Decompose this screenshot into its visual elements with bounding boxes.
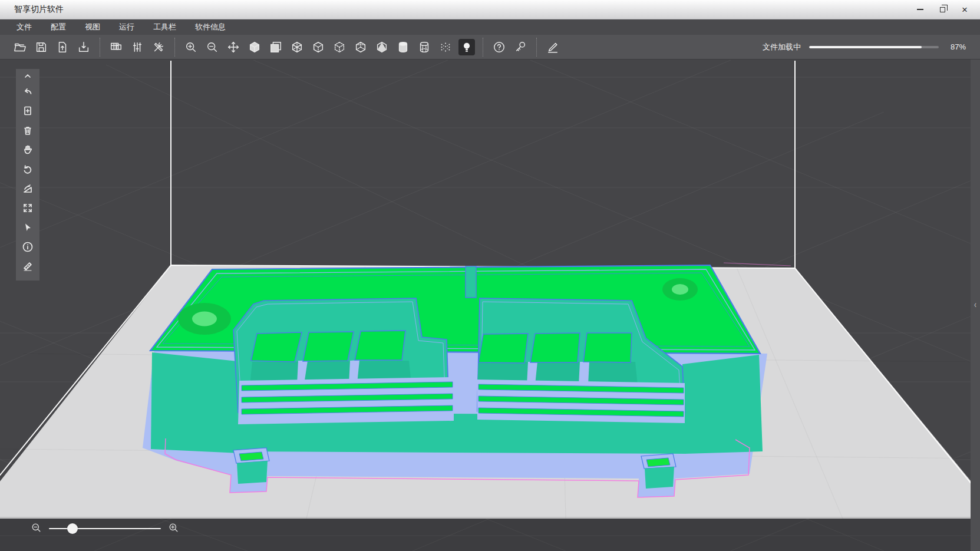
view-hidden-line-button[interactable] [310,39,326,55]
view-half-section-button[interactable] [374,39,390,55]
menu-run[interactable]: 运行 [117,21,137,34]
menu-about[interactable]: 软件信息 [193,21,228,34]
toolbar-separator [100,38,100,57]
cube-copy-icon [269,41,282,54]
light-toggle-button[interactable] [458,39,475,55]
close-button[interactable]: × [960,5,969,14]
view-wireframe-button[interactable] [289,39,305,55]
model-info-button[interactable] [18,237,38,256]
cube-solid-icon [248,41,261,54]
zoom-out-button[interactable] [204,39,220,55]
add-model-icon [22,105,34,117]
zoom-slider-track[interactable] [49,528,161,529]
zoom-in-icon [184,41,197,54]
model-circular-boss-left [178,303,231,335]
menu-view[interactable]: 视图 [83,21,103,34]
sliced-model[interactable] [143,263,791,497]
app-title: 智享切片软件 [14,4,64,15]
zoom-slider-thumb[interactable] [67,523,78,534]
collapse-rail-button[interactable] [18,71,38,81]
build-plate-icon [110,41,123,54]
cube-wireframe-icon [291,41,303,54]
pan-button[interactable] [18,140,38,159]
minimize-button[interactable] [915,5,925,14]
view-transparent-button[interactable] [352,39,369,55]
toolbar-separator [174,38,175,57]
parameter-sliders-icon [131,41,144,54]
scale-icon [22,183,34,194]
measure-icon [22,260,34,272]
undo-button[interactable] [18,81,38,101]
rotate-icon [22,163,34,175]
view-point-cloud-button[interactable] [437,39,454,55]
import-model-icon [56,41,69,54]
build-plate-button[interactable] [108,39,124,55]
open-file-button[interactable] [12,39,28,55]
model-slats-right [477,380,685,423]
license-key-button[interactable] [512,39,529,55]
toolbar-separator [536,38,537,57]
fit-view-icon [22,202,34,214]
save-button[interactable] [33,39,50,55]
model-front-cube-right [641,454,676,489]
title-bar: 智享切片软件 × [0,0,980,19]
view-cylinder-button[interactable] [395,39,411,55]
toolbar-separator [483,38,483,57]
machine-tools-button[interactable] [150,39,167,55]
cube-transparent-icon [354,41,367,54]
light-toggle-icon [460,41,473,54]
help-icon [493,41,506,54]
view-cylinder-wire-button[interactable] [416,39,433,55]
export-model-button[interactable] [75,39,92,55]
menu-bar: 文件 配置 视图 运行 工具栏 软件信息 [0,19,980,35]
annotate-pen-button[interactable] [545,39,561,55]
expand-panel-chevron-icon[interactable]: ‹ [974,298,976,310]
undo-icon [22,85,34,97]
move-view-button[interactable] [225,39,242,55]
cube-hidden-line-icon [312,41,325,54]
model-circular-boss-right [662,278,698,301]
move-view-icon [227,41,240,54]
import-model-button[interactable] [54,39,71,55]
window-controls: × [915,5,969,14]
menu-config[interactable]: 配置 [48,21,68,34]
progress-label: 文件加载中 [763,42,801,52]
menu-file[interactable]: 文件 [14,21,34,34]
cylinder-icon [397,41,410,54]
view-copy-button[interactable] [268,39,284,55]
3d-viewport-scene[interactable] [0,0,980,551]
scale-button[interactable] [18,179,38,198]
left-tool-rail [16,69,39,281]
help-button[interactable] [491,39,507,55]
info-icon [22,241,34,253]
zoom-in-icon[interactable] [168,522,179,536]
model-back-notch [466,266,476,298]
menu-toolbar[interactable]: 工具栏 [151,21,179,34]
delete-model-icon [22,124,34,136]
pen-icon [546,41,559,54]
point-cloud-icon [439,41,452,54]
add-model-button[interactable] [18,101,38,120]
main-toolbar: 文件加载中 87% [0,35,980,60]
measure-button[interactable] [18,256,38,276]
key-icon [514,41,527,54]
open-file-icon [14,41,27,54]
delete-model-button[interactable] [18,120,38,140]
zoom-in-button[interactable] [183,39,199,55]
progress-percent: 87% [947,42,966,51]
parameter-sliders-button[interactable] [129,39,146,55]
fit-view-button[interactable] [18,198,38,217]
view-solid-button[interactable] [246,39,263,55]
right-panel-strip: ‹ [971,60,980,551]
restore-button[interactable] [938,5,947,14]
collapse-up-icon [22,70,34,82]
zoom-out-icon [206,41,219,54]
select-button[interactable] [18,217,38,237]
viewport-zoom-slider [31,520,179,537]
export-model-icon [77,41,90,54]
rotate-button[interactable] [18,159,38,179]
save-icon [35,41,48,54]
model-slats-left [238,377,454,424]
zoom-out-icon[interactable] [31,522,42,536]
view-dashed-button[interactable] [331,39,348,55]
